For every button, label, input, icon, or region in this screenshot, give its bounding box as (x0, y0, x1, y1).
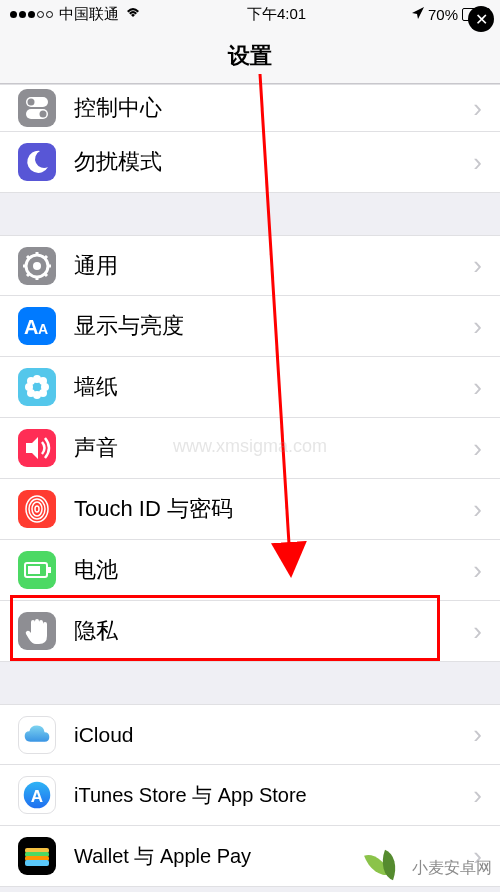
fingerprint-icon (18, 490, 56, 528)
svg-point-27 (32, 502, 42, 516)
svg-point-24 (33, 383, 41, 391)
row-wallpaper[interactable]: 墙纸 › (0, 357, 500, 418)
row-itunes[interactable]: A iTunes Store 与 App Store › (0, 765, 500, 826)
row-label: 显示与亮度 (74, 311, 473, 341)
row-label: 勿扰模式 (74, 147, 473, 177)
chevron-right-icon: › (473, 494, 482, 525)
svg-rect-37 (25, 860, 49, 866)
speaker-icon (18, 429, 56, 467)
row-label: iCloud (74, 723, 473, 747)
battery-icon (18, 551, 56, 589)
row-label: 墙纸 (74, 372, 473, 402)
row-label: 隐私 (74, 616, 473, 646)
row-label: 声音 (74, 433, 473, 463)
svg-point-23 (39, 377, 47, 385)
battery-pct: 70% (428, 6, 458, 23)
svg-line-12 (27, 273, 30, 276)
control-center-icon (18, 89, 56, 127)
moon-icon (18, 143, 56, 181)
svg-point-21 (39, 389, 47, 397)
svg-rect-31 (28, 566, 40, 574)
settings-group-0: 控制中心 › 勿扰模式 › (0, 84, 500, 193)
location-icon (412, 7, 424, 22)
chevron-right-icon: › (473, 433, 482, 464)
svg-point-3 (40, 111, 47, 118)
svg-rect-30 (48, 567, 51, 573)
row-label: 控制中心 (74, 93, 473, 123)
svg-text:A: A (31, 787, 43, 806)
cloud-icon (18, 716, 56, 754)
leaf-icon (364, 852, 406, 884)
flower-icon (18, 368, 56, 406)
svg-line-10 (27, 256, 30, 259)
row-sounds[interactable]: 声音 › (0, 418, 500, 479)
svg-point-20 (27, 377, 35, 385)
row-label: iTunes Store 与 App Store (74, 782, 473, 809)
signal-icon (10, 11, 53, 18)
row-battery[interactable]: 电池 › (0, 540, 500, 601)
row-icloud[interactable]: iCloud › (0, 704, 500, 765)
svg-line-11 (44, 273, 47, 276)
svg-point-5 (33, 262, 41, 270)
row-general[interactable]: 通用 › (0, 235, 500, 296)
hand-icon (18, 612, 56, 650)
chevron-right-icon: › (473, 250, 482, 281)
wallet-icon (18, 837, 56, 875)
svg-text:A: A (24, 316, 38, 338)
watermark-bottom: 小麦安卓网 (364, 852, 492, 884)
chevron-right-icon: › (473, 147, 482, 178)
appstore-icon: A (18, 776, 56, 814)
chevron-right-icon: › (473, 93, 482, 124)
row-label: 电池 (74, 555, 473, 585)
row-dnd[interactable]: 勿扰模式 › (0, 132, 500, 193)
status-left: 中国联通 (10, 5, 141, 24)
svg-point-22 (27, 389, 35, 397)
wifi-icon (125, 6, 141, 22)
chevron-right-icon: › (473, 311, 482, 342)
carrier-label: 中国联通 (59, 5, 119, 24)
text-size-icon: AA (18, 307, 56, 345)
page-title: 设置 (0, 28, 500, 84)
row-control-center[interactable]: 控制中心 › (0, 84, 500, 132)
watermark-text: 小麦安卓网 (412, 858, 492, 879)
row-touchid[interactable]: Touch ID 与密码 › (0, 479, 500, 540)
gear-icon (18, 247, 56, 285)
close-button[interactable]: ✕ (468, 6, 494, 32)
chevron-right-icon: › (473, 372, 482, 403)
chevron-right-icon: › (473, 616, 482, 647)
chevron-right-icon: › (473, 555, 482, 586)
svg-point-1 (28, 99, 35, 106)
row-display[interactable]: AA 显示与亮度 › (0, 296, 500, 357)
svg-point-28 (35, 506, 39, 512)
row-label: Touch ID 与密码 (74, 494, 473, 524)
svg-text:A: A (38, 321, 48, 337)
row-privacy[interactable]: 隐私 › (0, 601, 500, 662)
status-bar: 中国联通 下午4:01 70% (0, 0, 500, 28)
chevron-right-icon: › (473, 780, 482, 811)
settings-group-1: 通用 › AA 显示与亮度 › 墙纸 › 声音 › Touch ID 与密码 ›… (0, 235, 500, 662)
row-label: 通用 (74, 251, 473, 281)
chevron-right-icon: › (473, 719, 482, 750)
svg-line-13 (44, 256, 47, 259)
status-time: 下午4:01 (247, 5, 306, 24)
